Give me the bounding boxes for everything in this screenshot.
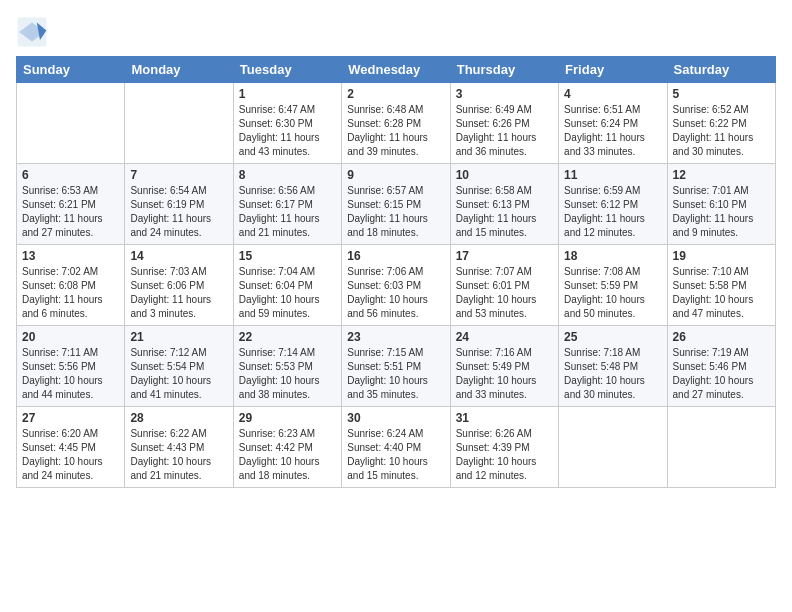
calendar-week-2: 6Sunrise: 6:53 AM Sunset: 6:21 PM Daylig… [17, 164, 776, 245]
day-number: 20 [22, 330, 119, 344]
day-info: Sunrise: 6:47 AM Sunset: 6:30 PM Dayligh… [239, 103, 336, 159]
day-number: 23 [347, 330, 444, 344]
day-info: Sunrise: 6:49 AM Sunset: 6:26 PM Dayligh… [456, 103, 553, 159]
calendar-cell: 4Sunrise: 6:51 AM Sunset: 6:24 PM Daylig… [559, 83, 667, 164]
day-info: Sunrise: 7:02 AM Sunset: 6:08 PM Dayligh… [22, 265, 119, 321]
day-info: Sunrise: 6:20 AM Sunset: 4:45 PM Dayligh… [22, 427, 119, 483]
weekday-header-thursday: Thursday [450, 57, 558, 83]
weekday-header-monday: Monday [125, 57, 233, 83]
calendar-week-1: 1Sunrise: 6:47 AM Sunset: 6:30 PM Daylig… [17, 83, 776, 164]
day-number: 18 [564, 249, 661, 263]
calendar-cell [667, 407, 775, 488]
day-number: 4 [564, 87, 661, 101]
calendar-cell: 3Sunrise: 6:49 AM Sunset: 6:26 PM Daylig… [450, 83, 558, 164]
calendar-cell [125, 83, 233, 164]
day-number: 8 [239, 168, 336, 182]
day-info: Sunrise: 7:10 AM Sunset: 5:58 PM Dayligh… [673, 265, 770, 321]
calendar-week-5: 27Sunrise: 6:20 AM Sunset: 4:45 PM Dayli… [17, 407, 776, 488]
day-info: Sunrise: 6:54 AM Sunset: 6:19 PM Dayligh… [130, 184, 227, 240]
day-info: Sunrise: 6:22 AM Sunset: 4:43 PM Dayligh… [130, 427, 227, 483]
day-info: Sunrise: 7:03 AM Sunset: 6:06 PM Dayligh… [130, 265, 227, 321]
calendar-cell: 19Sunrise: 7:10 AM Sunset: 5:58 PM Dayli… [667, 245, 775, 326]
calendar-cell: 9Sunrise: 6:57 AM Sunset: 6:15 PM Daylig… [342, 164, 450, 245]
calendar-table: SundayMondayTuesdayWednesdayThursdayFrid… [16, 56, 776, 488]
day-number: 1 [239, 87, 336, 101]
day-number: 25 [564, 330, 661, 344]
day-info: Sunrise: 6:57 AM Sunset: 6:15 PM Dayligh… [347, 184, 444, 240]
day-number: 21 [130, 330, 227, 344]
weekday-header-friday: Friday [559, 57, 667, 83]
calendar-cell: 20Sunrise: 7:11 AM Sunset: 5:56 PM Dayli… [17, 326, 125, 407]
calendar-cell: 13Sunrise: 7:02 AM Sunset: 6:08 PM Dayli… [17, 245, 125, 326]
calendar-cell: 7Sunrise: 6:54 AM Sunset: 6:19 PM Daylig… [125, 164, 233, 245]
calendar-cell: 29Sunrise: 6:23 AM Sunset: 4:42 PM Dayli… [233, 407, 341, 488]
weekday-header-row: SundayMondayTuesdayWednesdayThursdayFrid… [17, 57, 776, 83]
day-number: 5 [673, 87, 770, 101]
day-number: 29 [239, 411, 336, 425]
day-number: 14 [130, 249, 227, 263]
day-number: 13 [22, 249, 119, 263]
calendar-cell: 6Sunrise: 6:53 AM Sunset: 6:21 PM Daylig… [17, 164, 125, 245]
day-info: Sunrise: 7:14 AM Sunset: 5:53 PM Dayligh… [239, 346, 336, 402]
weekday-header-tuesday: Tuesday [233, 57, 341, 83]
day-number: 9 [347, 168, 444, 182]
day-number: 22 [239, 330, 336, 344]
calendar-cell: 2Sunrise: 6:48 AM Sunset: 6:28 PM Daylig… [342, 83, 450, 164]
day-info: Sunrise: 6:59 AM Sunset: 6:12 PM Dayligh… [564, 184, 661, 240]
day-info: Sunrise: 7:18 AM Sunset: 5:48 PM Dayligh… [564, 346, 661, 402]
page-header [16, 16, 776, 48]
calendar-week-4: 20Sunrise: 7:11 AM Sunset: 5:56 PM Dayli… [17, 326, 776, 407]
day-info: Sunrise: 6:26 AM Sunset: 4:39 PM Dayligh… [456, 427, 553, 483]
calendar-cell: 11Sunrise: 6:59 AM Sunset: 6:12 PM Dayli… [559, 164, 667, 245]
calendar-cell: 18Sunrise: 7:08 AM Sunset: 5:59 PM Dayli… [559, 245, 667, 326]
calendar-cell: 1Sunrise: 6:47 AM Sunset: 6:30 PM Daylig… [233, 83, 341, 164]
day-number: 6 [22, 168, 119, 182]
logo [16, 16, 52, 48]
day-number: 2 [347, 87, 444, 101]
weekday-header-sunday: Sunday [17, 57, 125, 83]
day-info: Sunrise: 6:23 AM Sunset: 4:42 PM Dayligh… [239, 427, 336, 483]
day-number: 10 [456, 168, 553, 182]
day-number: 17 [456, 249, 553, 263]
day-number: 15 [239, 249, 336, 263]
calendar-cell: 15Sunrise: 7:04 AM Sunset: 6:04 PM Dayli… [233, 245, 341, 326]
day-info: Sunrise: 7:16 AM Sunset: 5:49 PM Dayligh… [456, 346, 553, 402]
day-info: Sunrise: 7:12 AM Sunset: 5:54 PM Dayligh… [130, 346, 227, 402]
day-info: Sunrise: 7:06 AM Sunset: 6:03 PM Dayligh… [347, 265, 444, 321]
day-number: 30 [347, 411, 444, 425]
calendar-cell [17, 83, 125, 164]
calendar-week-3: 13Sunrise: 7:02 AM Sunset: 6:08 PM Dayli… [17, 245, 776, 326]
calendar-cell: 14Sunrise: 7:03 AM Sunset: 6:06 PM Dayli… [125, 245, 233, 326]
calendar-cell: 12Sunrise: 7:01 AM Sunset: 6:10 PM Dayli… [667, 164, 775, 245]
calendar-cell: 24Sunrise: 7:16 AM Sunset: 5:49 PM Dayli… [450, 326, 558, 407]
calendar-cell: 31Sunrise: 6:26 AM Sunset: 4:39 PM Dayli… [450, 407, 558, 488]
calendar-cell: 22Sunrise: 7:14 AM Sunset: 5:53 PM Dayli… [233, 326, 341, 407]
calendar-cell: 17Sunrise: 7:07 AM Sunset: 6:01 PM Dayli… [450, 245, 558, 326]
day-info: Sunrise: 6:24 AM Sunset: 4:40 PM Dayligh… [347, 427, 444, 483]
day-info: Sunrise: 6:51 AM Sunset: 6:24 PM Dayligh… [564, 103, 661, 159]
calendar-cell: 28Sunrise: 6:22 AM Sunset: 4:43 PM Dayli… [125, 407, 233, 488]
day-number: 24 [456, 330, 553, 344]
day-info: Sunrise: 6:48 AM Sunset: 6:28 PM Dayligh… [347, 103, 444, 159]
weekday-header-saturday: Saturday [667, 57, 775, 83]
calendar-cell: 27Sunrise: 6:20 AM Sunset: 4:45 PM Dayli… [17, 407, 125, 488]
calendar-cell: 25Sunrise: 7:18 AM Sunset: 5:48 PM Dayli… [559, 326, 667, 407]
day-number: 26 [673, 330, 770, 344]
calendar-cell: 10Sunrise: 6:58 AM Sunset: 6:13 PM Dayli… [450, 164, 558, 245]
day-info: Sunrise: 7:01 AM Sunset: 6:10 PM Dayligh… [673, 184, 770, 240]
day-number: 28 [130, 411, 227, 425]
day-number: 31 [456, 411, 553, 425]
day-number: 11 [564, 168, 661, 182]
day-number: 12 [673, 168, 770, 182]
day-info: Sunrise: 7:07 AM Sunset: 6:01 PM Dayligh… [456, 265, 553, 321]
day-info: Sunrise: 6:52 AM Sunset: 6:22 PM Dayligh… [673, 103, 770, 159]
day-number: 3 [456, 87, 553, 101]
day-number: 7 [130, 168, 227, 182]
day-info: Sunrise: 7:19 AM Sunset: 5:46 PM Dayligh… [673, 346, 770, 402]
calendar-cell: 26Sunrise: 7:19 AM Sunset: 5:46 PM Dayli… [667, 326, 775, 407]
day-number: 16 [347, 249, 444, 263]
calendar-cell: 23Sunrise: 7:15 AM Sunset: 5:51 PM Dayli… [342, 326, 450, 407]
calendar-cell [559, 407, 667, 488]
calendar-cell: 8Sunrise: 6:56 AM Sunset: 6:17 PM Daylig… [233, 164, 341, 245]
calendar-cell: 5Sunrise: 6:52 AM Sunset: 6:22 PM Daylig… [667, 83, 775, 164]
